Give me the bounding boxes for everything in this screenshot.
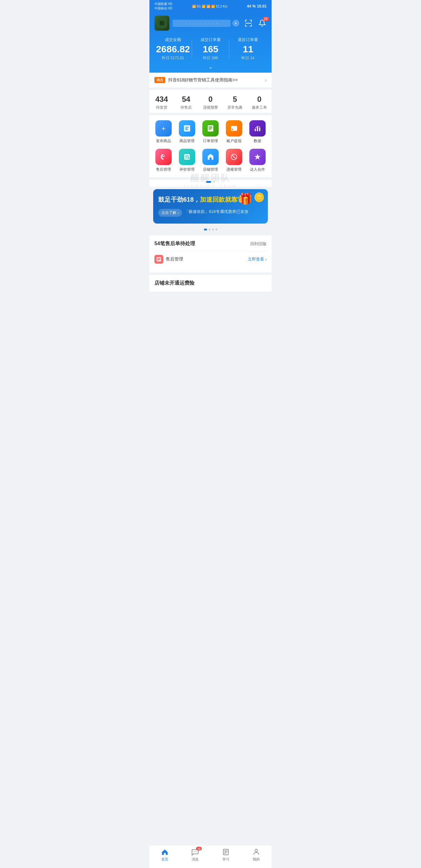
svg-rect-4 (185, 127, 189, 127)
dot-1 (206, 181, 211, 183)
review-manage-icon (179, 149, 195, 165)
promo-banner[interactable]: 鼓足干劲618，加速回款就靠它 点击了解 › 「极速收款」618专属优惠券已发放… (153, 189, 268, 224)
data-btn[interactable]: 数据 (246, 120, 269, 144)
pending-delivery-label: 待发货 (149, 105, 174, 110)
after-sale-manage-btn[interactable]: 售后管理 (152, 149, 175, 172)
avatar[interactable] (154, 16, 170, 31)
svg-rect-14 (255, 129, 256, 131)
scan-button[interactable] (244, 19, 253, 28)
violation-manage-label: 违规管理 (227, 167, 242, 172)
icon-row-2: 售后管理 评价管理 (152, 149, 269, 172)
view-now-btn[interactable]: 立即查看 › (248, 256, 267, 262)
after-sale-manage-icon (155, 149, 172, 165)
view-now-label: 立即查看 (248, 256, 264, 262)
banner-dot-4 (215, 228, 217, 230)
product-manage-label: 商品管理 (179, 138, 194, 144)
product-manage-icon (179, 120, 195, 136)
after-sale-stat[interactable]: 54 待售后 (174, 95, 198, 110)
banner-dot-1 (204, 228, 207, 230)
back-to-old-btn[interactable]: 回到旧版 (250, 241, 267, 247)
view-now-arrow: › (265, 257, 267, 262)
abnormal-package-stat[interactable]: 5 异常包裹 (223, 95, 247, 110)
shipping-card-title: 店铺未开通运费险 (154, 280, 267, 286)
order-manage-icon (202, 120, 219, 136)
promo-decorations: 🎁 🪙 (238, 192, 265, 206)
svg-rect-28 (157, 258, 160, 259)
violation-manage-icon (226, 149, 242, 165)
after-sale-label: 待售后 (174, 105, 198, 110)
carrier-info: 中国联通 HD 中国移动 HD (154, 2, 172, 11)
expand-button[interactable]: ⌄ (154, 61, 267, 70)
svg-marker-26 (254, 154, 261, 160)
gift-icon: 🎁 (238, 192, 252, 206)
icon-grid: ＋ 发布商品 商品管理 (149, 115, 272, 177)
publish-product-btn[interactable]: ＋ 发布商品 (152, 120, 175, 144)
influencer-cooperate-btn[interactable]: 达人合作 (246, 149, 269, 172)
publish-product-label: 发布商品 (156, 138, 171, 144)
coins-icon: 🪙 (254, 192, 265, 206)
after-sale-manage-label: 售后管理 (156, 167, 171, 172)
banner-dot-2 (209, 228, 210, 230)
username-label: · · · · · · · · · (173, 20, 231, 27)
svg-rect-29 (157, 259, 160, 259)
store-manage-btn[interactable]: 店铺管理 (199, 149, 222, 172)
order-manage-btn[interactable]: 订单管理 (199, 120, 222, 144)
page-indicator (149, 180, 272, 187)
after-sale-value: 54 (174, 95, 198, 104)
news-banner[interactable]: 动态 抖音618好物节营销工具使用指南>> › (149, 73, 272, 87)
promo-btn-label: 点击了解 (161, 210, 176, 215)
dropdown-button[interactable]: ▾ (233, 20, 239, 27)
service-order-stat[interactable]: 0 服务工单 (247, 95, 272, 110)
refunds-stat: 退款订单量 11 昨日 14 (229, 37, 267, 61)
influencer-cooperate-label: 达人合作 (250, 167, 265, 172)
svg-rect-15 (257, 127, 258, 131)
review-manage-label: 评价管理 (179, 167, 194, 172)
header-icons: 22 (244, 19, 267, 28)
arrow-icon: › (178, 211, 179, 215)
store-manage-icon (202, 149, 219, 165)
shipping-card: 店铺未开通运费险 (149, 275, 272, 291)
time-battery: 44% 15:01 (247, 4, 267, 8)
data-label: 数据 (254, 138, 261, 144)
abnormal-package-label: 异常包裹 (223, 105, 247, 110)
svg-rect-16 (259, 127, 260, 131)
order-manage-label: 订单管理 (203, 138, 218, 144)
notification-button[interactable]: 22 (258, 19, 267, 28)
header-top: · · · · · · · · · ▾ 22 (154, 16, 267, 31)
product-manage-btn[interactable]: 商品管理 (175, 120, 199, 144)
orders-stat: 成交订单量 165 昨日 346 (192, 37, 229, 61)
promo-subtitle: 「极速收款」618专属优惠券已发放 (184, 209, 248, 215)
status-icons: 📶 5G 📶 📶 📶 52.2 K/s (192, 5, 228, 8)
data-icon (249, 120, 266, 136)
svg-point-13 (232, 129, 233, 130)
svg-line-25 (232, 155, 236, 159)
svg-rect-10 (209, 129, 211, 130)
banner-dot-3 (212, 228, 214, 230)
after-sale-card: 54笔售后单待处理 回到旧版 售后管理 立即查看 › (149, 236, 272, 272)
after-sale-card-title: 54笔售后单待处理 (154, 241, 195, 247)
svg-rect-8 (209, 126, 212, 127)
promo-learn-btn[interactable]: 点击了解 › (158, 209, 182, 217)
violation-value: 0 (198, 95, 223, 104)
pending-delivery-value: 434 (149, 95, 174, 104)
status-bar: 中国联通 HD 中国移动 HD 📶 5G 📶 📶 📶 52.2 K/s 44% … (149, 0, 272, 12)
review-manage-btn[interactable]: 评价管理 (175, 149, 199, 172)
publish-product-icon: ＋ (155, 120, 172, 136)
after-sale-item[interactable]: 售后管理 立即查看 › (154, 251, 267, 268)
user-info[interactable]: · · · · · · · · · ▾ (154, 16, 239, 31)
dot-2 (213, 181, 215, 183)
violation-manage-btn[interactable]: 违规管理 (222, 149, 246, 172)
withdraw-btn[interactable]: 账户提现 (222, 120, 246, 144)
after-sale-card-header: 54笔售后单待处理 回到旧版 (154, 241, 267, 247)
after-sale-item-icon (154, 255, 163, 264)
username-box[interactable]: · · · · · · · · · ▾ (173, 20, 239, 27)
influencer-cooperate-icon (249, 149, 266, 165)
svg-rect-23 (210, 157, 211, 160)
violation-stat[interactable]: 0 违规预警 (198, 95, 223, 110)
pending-delivery-stat[interactable]: 434 待发货 (149, 95, 174, 110)
svg-rect-12 (231, 127, 237, 128)
withdraw-icon (226, 120, 242, 136)
avatar-image (157, 19, 167, 28)
abnormal-package-value: 5 (223, 95, 247, 104)
news-arrow-icon: › (265, 78, 267, 83)
